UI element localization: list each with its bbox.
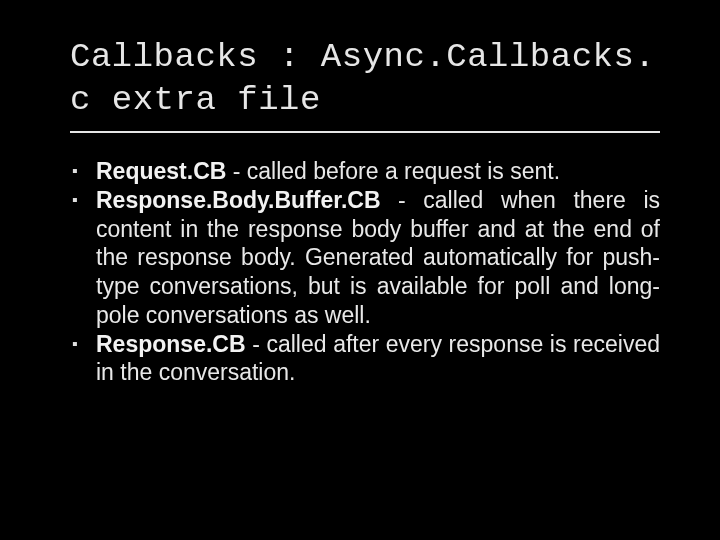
bullet-rest: - called before a request is sent. [226, 158, 560, 184]
list-item: ▪ Request.CB - called before a request i… [72, 157, 660, 186]
bullet-text: Response.CB - called after every respons… [96, 330, 660, 388]
slide-title: Callbacks : Async.Callbacks. c extra fil… [70, 36, 660, 133]
list-item: ▪ Response.CB - called after every respo… [72, 330, 660, 388]
bullet-list: ▪ Request.CB - called before a request i… [70, 157, 660, 387]
bullet-lead: Response.Body.Buffer.CB [96, 187, 381, 213]
bullet-text: Response.Body.Buffer.CB - called when th… [96, 186, 660, 330]
slide: Callbacks : Async.Callbacks. c extra fil… [0, 0, 720, 540]
list-item: ▪ Response.Body.Buffer.CB - called when … [72, 186, 660, 330]
bullet-icon: ▪ [72, 330, 96, 353]
bullet-text: Request.CB - called before a request is … [96, 157, 660, 186]
bullet-lead: Request.CB [96, 158, 226, 184]
bullet-lead: Response.CB [96, 331, 246, 357]
bullet-icon: ▪ [72, 157, 96, 180]
bullet-icon: ▪ [72, 186, 96, 209]
